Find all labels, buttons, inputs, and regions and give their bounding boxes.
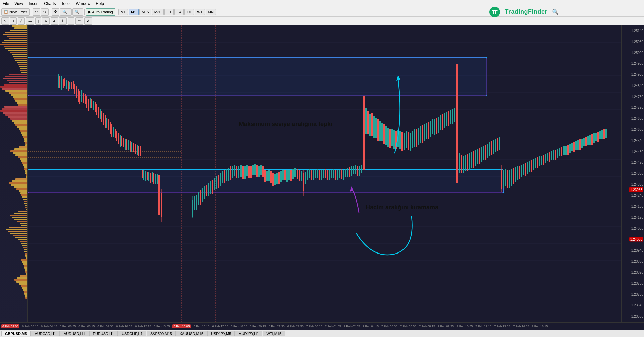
delete-tool[interactable]: ✗ [84,17,92,25]
svg-rect-215 [426,123,427,139]
svg-rect-65 [116,131,117,141]
new-order-button[interactable]: 📋 New Order [1,8,30,16]
text-tool[interactable]: A [51,17,58,25]
zoom-out-button[interactable]: 🔍- [72,8,83,16]
svg-rect-265 [523,164,524,175]
svg-rect-237 [469,153,470,170]
zoom-in-button[interactable]: 🔍+ [60,8,71,16]
bottom-tab[interactable]: EURUSD,H1 [89,331,118,336]
svg-rect-32 [63,79,64,88]
logo-icon: TF [489,7,500,17]
svg-rect-305 [603,129,605,139]
svg-rect-304 [601,130,603,139]
vline-tool[interactable]: | [35,17,41,25]
bottom-tab[interactable]: WTI,M15 [263,331,285,336]
svg-rect-213 [422,125,423,143]
time-label: 6 Feb 10:55 [116,325,132,328]
tf-m1[interactable]: M1 [118,9,128,15]
menu-help[interactable]: Help [96,1,104,6]
bottom-tab[interactable]: AUDJPY,H1 [235,331,262,336]
price-label: 1.24180 [631,205,643,208]
bottom-tab[interactable]: S&P500,M15 [147,331,176,336]
tf-h1[interactable]: H1 [164,9,174,15]
tf-mn[interactable]: MN [206,9,216,15]
crosshair-button[interactable]: ✛ [52,8,59,16]
menu-window[interactable]: Window [76,1,91,6]
cursor-tool[interactable]: ↖ [1,17,9,25]
bottom-tab[interactable]: XAUUSD,M15 [176,331,207,336]
menu-file[interactable]: File [3,1,9,6]
tf-w1[interactable]: W1 [195,9,205,15]
redo-button[interactable]: ↪ [41,8,49,16]
svg-rect-46 [85,94,86,104]
hline-tool[interactable]: — [26,17,34,25]
undo-button[interactable]: ↩ [33,8,40,16]
price-label: 1.24360 [631,172,643,175]
bottom-tab[interactable]: AUDUSD,H1 [60,331,89,336]
chart-canvas-area[interactable]: GBPUSD,M5 1.24032 1.24036 1.23978 1.2398… [28,25,621,322]
rect-tool[interactable]: □ [68,17,75,25]
current-price-label: 1.23983 [629,187,643,192]
menu-tools[interactable]: Tools [61,1,71,6]
bottom-tab[interactable]: USDCHF,H1 [118,331,146,336]
svg-rect-90 [157,174,158,184]
svg-rect-145 [290,170,292,181]
svg-rect-220 [436,118,437,134]
tf-h4[interactable]: H4 [174,9,184,15]
svg-rect-251 [497,138,498,151]
svg-rect-241 [477,149,478,164]
svg-rect-204 [404,133,405,150]
bottom-tab[interactable]: USDJPY,M5 [207,331,235,336]
svg-rect-53 [96,104,97,115]
toolbar2: ↖ + ╱ — | ≋ A ⬆ □ ✏ ✗ [0,17,644,25]
svg-rect-49 [90,98,91,108]
svg-rect-146 [292,169,294,179]
time-label: 7 Feb 04:15 [363,325,379,328]
svg-rect-58 [105,115,106,128]
menu-insert[interactable]: Insert [29,1,39,6]
svg-rect-150 [301,171,302,181]
toolbar-separator [31,9,31,15]
tf-m5[interactable]: M5 [129,9,139,15]
svg-rect-194 [383,124,385,144]
svg-rect-228 [452,109,453,124]
svg-rect-277 [547,153,548,161]
svg-text:Hacim aralığını kıramama: Hacim aralığını kıramama [366,204,439,211]
svg-rect-112 [224,170,225,183]
arrow-tool[interactable]: ⬆ [59,17,67,25]
svg-rect-140 [280,171,282,182]
price-label: 1.23700 [631,292,643,296]
tf-m15[interactable]: M15 [139,9,151,15]
svg-rect-255 [503,170,504,188]
autotrading-button[interactable]: ▶ Auto Trading [86,8,115,16]
time-label: 6 Feb 09:35 [97,325,113,328]
svg-rect-127 [254,164,256,175]
menu-charts[interactable]: Charts [44,1,56,6]
line-tool[interactable]: ╱ [18,17,25,25]
svg-rect-300 [593,133,595,143]
svg-rect-159 [317,169,318,178]
time-label: 6 Feb 15:05 [172,324,191,328]
pencil-tool[interactable]: ✏ [75,17,83,25]
svg-rect-109 [218,175,219,188]
price-label: 1.24960 [631,62,643,65]
svg-rect-45 [83,93,84,103]
svg-rect-242 [479,148,480,164]
fib-tool[interactable]: ≋ [42,17,50,25]
bottom-tab[interactable]: GBPUSD,M5 [1,331,31,336]
time-label: 6 Feb 08:15 [78,325,95,328]
svg-rect-57 [103,113,104,125]
menu-view[interactable]: View [14,1,23,6]
tf-d1[interactable]: D1 [184,9,194,15]
tf-m30[interactable]: M30 [152,9,164,15]
svg-rect-282 [557,149,558,158]
svg-rect-172 [343,170,344,180]
svg-rect-142 [284,170,286,180]
search-icon[interactable]: 🔍 [552,9,559,15]
bottom-tab[interactable]: AUDCAD,H1 [31,331,60,336]
svg-rect-164 [327,170,328,180]
crosshair-tool[interactable]: + [10,17,17,25]
svg-rect-69 [123,138,124,147]
svg-rect-174 [347,168,348,177]
svg-rect-72 [128,140,129,150]
